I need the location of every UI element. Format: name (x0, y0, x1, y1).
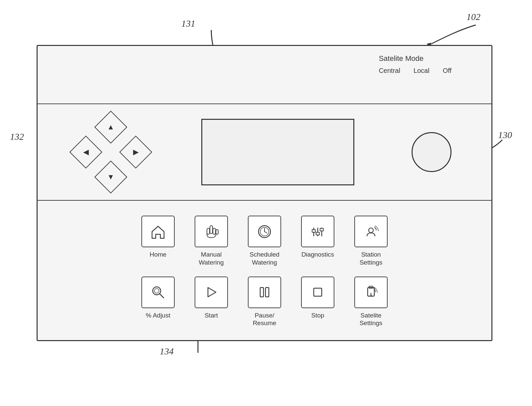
satellite-mode-title: Satelite Mode (379, 54, 424, 63)
percent-icon (149, 284, 167, 301)
svg-rect-6 (207, 228, 210, 234)
start-button-box (195, 277, 228, 308)
satellite-mode-container: Satelite Mode Central Local Off (379, 54, 451, 75)
hand-icon (203, 223, 220, 240)
pause-resume-button[interactable]: Pause/Resume (248, 277, 281, 327)
annotation-130: 130 (498, 130, 512, 140)
svg-rect-25 (266, 288, 269, 297)
annotation-131: 131 (181, 18, 195, 29)
scheduled-watering-button[interactable]: ScheduledWatering (248, 216, 281, 267)
stop-button[interactable]: Stop (301, 277, 334, 319)
stop-icon (309, 284, 326, 301)
nav-up-arrow: ▲ (107, 123, 114, 131)
home-icon (149, 223, 167, 240)
stop-button-box (301, 277, 334, 308)
svg-point-30 (370, 295, 372, 296)
nav-left-arrow: ◀ (83, 148, 89, 156)
pause-icon (256, 284, 273, 301)
svg-point-21 (154, 289, 159, 293)
annotation-132: 132 (10, 131, 24, 142)
knob-area (398, 132, 465, 172)
satelite-settings-button[interactable]: SateliteSettings (354, 277, 388, 327)
home-label: Home (150, 251, 167, 259)
percent-adjust-button-box (141, 277, 175, 308)
nav-up-button[interactable]: ▲ (94, 111, 127, 144)
percent-adjust-button[interactable]: % Adjust (141, 277, 175, 319)
pause-resume-button-box (248, 277, 281, 308)
diagnostics-icon (309, 223, 326, 240)
satelite-settings-button-box (354, 277, 388, 308)
button-row-2: % Adjust Start Pause/ (141, 277, 388, 327)
diagnostics-button[interactable]: Diagnostics (301, 216, 334, 259)
middle-section: ▲ ◀ ▶ ▼ (38, 104, 491, 201)
svg-line-12 (265, 232, 267, 233)
bottom-section: Home ManualWatering (38, 201, 491, 342)
station-settings-button[interactable]: StationSettings (354, 216, 388, 267)
nav-down-button[interactable]: ▼ (94, 161, 127, 194)
svg-rect-26 (314, 288, 322, 296)
top-section: Satelite Mode Central Local Off (38, 46, 491, 104)
satellite-mode-options: Central Local Off (379, 67, 451, 75)
satellite-option-off[interactable]: Off (443, 67, 451, 75)
home-button-box (141, 216, 175, 247)
scheduled-watering-label: ScheduledWatering (250, 251, 279, 267)
diagnostics-label: Diagnostics (301, 251, 334, 259)
button-row-1: Home ManualWatering (141, 216, 388, 267)
nav-left-button[interactable]: ◀ (70, 136, 102, 169)
annotation-102: 102 (466, 12, 480, 22)
control-knob[interactable] (412, 132, 451, 172)
pause-resume-label: Pause/Resume (253, 311, 276, 327)
start-button[interactable]: Start (195, 277, 228, 319)
stop-label: Stop (311, 311, 324, 319)
svg-marker-23 (208, 288, 216, 297)
satelite-settings-label: SateliteSettings (360, 311, 383, 327)
manual-watering-button-box (195, 216, 228, 247)
svg-rect-24 (260, 288, 264, 297)
svg-rect-7 (213, 228, 216, 234)
percent-adjust-label: % Adjust (146, 311, 170, 319)
start-label: Start (205, 311, 218, 319)
nav-right-arrow: ▶ (133, 148, 139, 156)
station-settings-icon (362, 223, 380, 240)
svg-point-19 (369, 228, 373, 233)
diagnostics-button-box (301, 216, 334, 247)
station-settings-button-box (354, 216, 388, 247)
satellite-option-central[interactable]: Central (379, 67, 400, 75)
annotation-134: 134 (160, 346, 174, 357)
nav-right-button[interactable]: ▶ (119, 136, 152, 169)
home-button[interactable]: Home (141, 216, 175, 259)
device-container: Satelite Mode Central Local Off ▲ ◀ ▶ ▼ (37, 45, 492, 341)
display-screen (201, 119, 354, 185)
scheduled-watering-button-box (248, 216, 281, 247)
station-settings-label: StationSettings (360, 251, 383, 267)
svg-rect-18 (320, 228, 323, 231)
nav-down-arrow: ▼ (107, 173, 114, 181)
svg-rect-16 (312, 230, 315, 232)
play-icon (203, 284, 220, 301)
svg-line-22 (160, 294, 164, 298)
manual-watering-label: ManualWatering (199, 251, 224, 267)
clock-icon (256, 223, 273, 240)
nav-pad: ▲ ◀ ▶ ▼ (64, 115, 157, 189)
manual-watering-button[interactable]: ManualWatering (195, 216, 228, 267)
satellite-settings-icon (362, 284, 380, 301)
svg-rect-17 (316, 232, 319, 235)
svg-rect-8 (216, 230, 218, 234)
satellite-option-local[interactable]: Local (414, 67, 430, 75)
svg-rect-5 (210, 226, 213, 234)
